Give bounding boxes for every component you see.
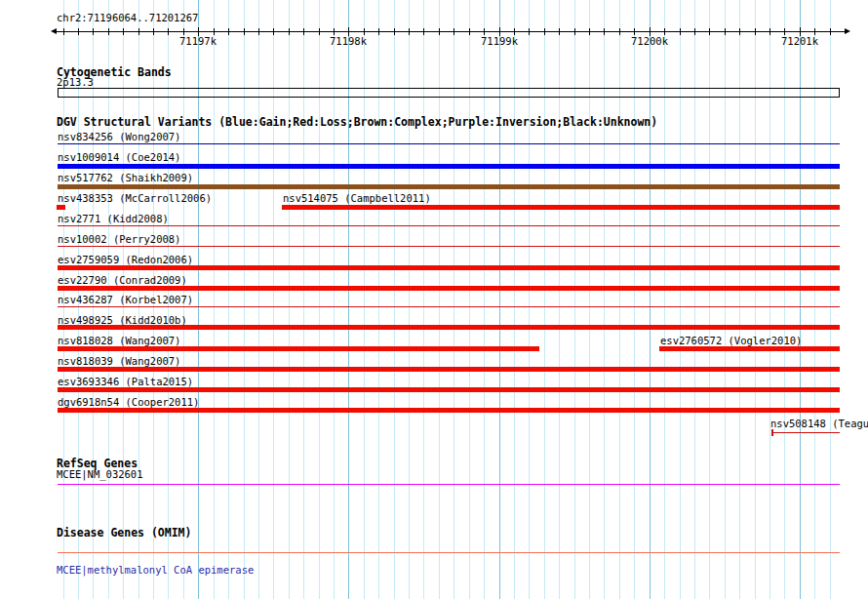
- ruler-tick: [183, 28, 184, 35]
- variant-label[interactable]: esv3693346 (Palta2015): [58, 377, 193, 387]
- ruler-tick: [814, 28, 815, 35]
- variant-label[interactable]: nsv436287 (Korbel2007): [58, 295, 193, 305]
- ruler-tick: [303, 28, 304, 35]
- variant-label[interactable]: nsv508148 (Teague: [770, 419, 868, 429]
- ruler-tick: [409, 28, 410, 35]
- ruler-tick: [544, 28, 545, 35]
- ruler-tick: [93, 28, 94, 35]
- variant-label[interactable]: nsv438353 (McCarroll2006): [58, 193, 212, 204]
- variant-bar[interactable]: [57, 205, 65, 210]
- ruler-tick: [725, 28, 726, 35]
- ruler-tick: [153, 28, 154, 35]
- ruler-tick: [138, 28, 139, 35]
- variant-label[interactable]: nsv10002 (Perry2008): [58, 234, 180, 245]
- omim-gene-label[interactable]: MCEE|methylmalonyl CoA epimerase: [57, 565, 254, 576]
- variant-label[interactable]: nsv514075 (Campbell2011): [283, 193, 431, 204]
- ruler-tick: [394, 28, 395, 35]
- ruler-tick: [619, 28, 620, 35]
- variant-line[interactable]: [58, 225, 840, 226]
- ruler-tick: [694, 28, 695, 35]
- variant-label[interactable]: nsv2771 (Kidd2008): [58, 214, 169, 224]
- ruler-tick-label: 71201k: [778, 36, 821, 47]
- cytoband-bar[interactable]: [58, 88, 840, 98]
- omim-gene-line[interactable]: [58, 552, 840, 553]
- ruler-tick: [168, 28, 169, 35]
- ruler-tick: [784, 28, 785, 35]
- dgv-track-title: DGV Structural Variants (Blue:Gain;Red:L…: [57, 116, 657, 128]
- ruler-tick: [78, 28, 79, 35]
- ruler-tick: [664, 28, 665, 35]
- variant-line[interactable]: [771, 432, 840, 433]
- variant-bar[interactable]: [58, 265, 840, 270]
- variant-label[interactable]: nsv834256 (Wong2007): [58, 132, 180, 142]
- ruler-tick-label: 71200k: [628, 36, 671, 47]
- ruler-tick: [273, 28, 274, 35]
- ruler-tick: [769, 28, 770, 35]
- ruler-tick: [634, 28, 635, 35]
- ruler-tick: [604, 28, 605, 35]
- variant-label[interactable]: esv2760572 (Vogler2010): [660, 336, 802, 346]
- ruler-tick: [258, 28, 259, 35]
- ruler-tick: [319, 28, 320, 35]
- ruler-tick: [244, 28, 245, 35]
- ruler-tick: [289, 28, 290, 35]
- ruler-tick: [123, 28, 124, 35]
- ruler-tick: [709, 28, 710, 35]
- ruler-tick: [680, 28, 681, 35]
- ruler-tick: [454, 28, 454, 35]
- variant-label[interactable]: nsv517762 (Shaikh2009): [58, 173, 193, 183]
- ruler-tick: [755, 28, 756, 35]
- variant-bar[interactable]: [58, 164, 840, 169]
- cytoband-label[interactable]: 2p13.3: [57, 77, 94, 88]
- variant-bar[interactable]: [58, 286, 840, 291]
- ruler-tick: [364, 28, 365, 35]
- ruler-tick: [469, 28, 470, 35]
- ruler-tick: [574, 28, 575, 35]
- variant-line[interactable]: [58, 246, 840, 247]
- ruler-tick: [589, 28, 590, 35]
- variant-bar[interactable]: [58, 408, 840, 413]
- variant-bar[interactable]: [58, 387, 840, 392]
- refseq-gene-label[interactable]: MCEE|NM_032601: [57, 469, 143, 480]
- variant-bar[interactable]: [659, 346, 840, 351]
- ruler-tick: [423, 28, 424, 35]
- genome-browser-view: chr2:71196064..71201267 71197k71198k7119…: [0, 0, 868, 599]
- variant-label[interactable]: nsv498925 (Kidd2010b): [58, 315, 187, 326]
- ruler-tick-label: 71199k: [478, 36, 521, 47]
- variant-bar[interactable]: [282, 205, 840, 210]
- ruler-axis-line: [56, 31, 845, 32]
- ruler-tick: [514, 28, 515, 35]
- variant-line[interactable]: [58, 143, 840, 144]
- ruler-tick: [214, 28, 215, 35]
- ruler-tick: [63, 28, 64, 35]
- ruler-tick: [439, 28, 440, 35]
- ruler-tick: [484, 28, 485, 35]
- ruler-tick-label: 71197k: [177, 36, 219, 47]
- ruler-tick: [830, 28, 831, 35]
- variant-label[interactable]: nsv818028 (Wang2007): [58, 336, 180, 346]
- refseq-gene-line[interactable]: [58, 484, 840, 485]
- variant-line[interactable]: [58, 306, 840, 307]
- variant-label[interactable]: esv2759059 (Redon2006): [58, 255, 193, 265]
- variant-bar[interactable]: [58, 367, 840, 372]
- variant-label[interactable]: nsv818039 (Wang2007): [58, 356, 180, 367]
- ruler-tick: [378, 28, 379, 35]
- variant-label[interactable]: nsv1009014 (Coe2014): [58, 152, 180, 163]
- ruler-tick: [559, 28, 560, 35]
- region-coordinates: chr2:71196064..71201267: [57, 13, 198, 23]
- variant-label[interactable]: dgv6918n54 (Cooper2011): [58, 397, 199, 408]
- ruler-tick: [108, 28, 109, 35]
- ruler-tick: [334, 28, 335, 35]
- ruler-tick: [228, 28, 229, 35]
- variant-label[interactable]: esv22790 (Conrad2009): [58, 275, 187, 286]
- ruler-left-arrow-icon: [51, 28, 57, 34]
- ruler-tick: [529, 28, 530, 35]
- ruler-tick-label: 71198k: [327, 36, 370, 47]
- ruler-tick: [739, 28, 740, 35]
- variant-bar[interactable]: [58, 184, 840, 189]
- omim-track-title: Disease Genes (OMIM): [57, 527, 191, 539]
- ruler-right-arrow-icon: [845, 28, 850, 34]
- variant-bar[interactable]: [58, 346, 539, 351]
